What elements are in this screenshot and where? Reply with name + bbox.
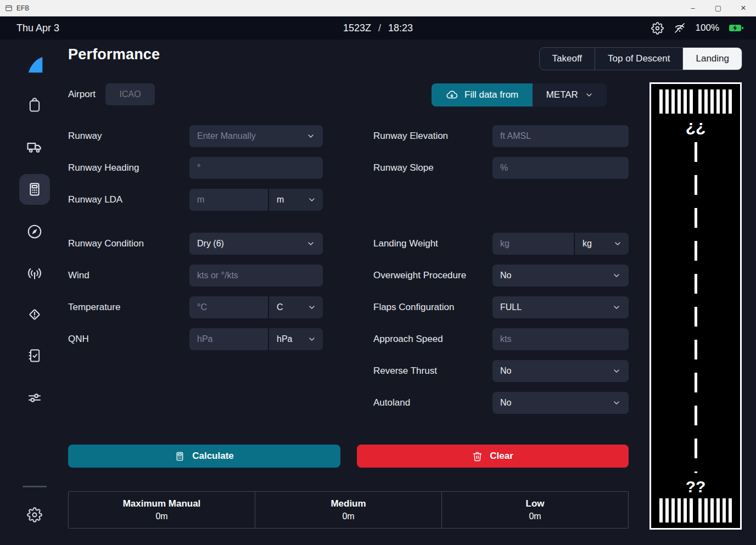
overweight-procedure-value: No	[500, 271, 511, 280]
calculate-button[interactable]: Calculate	[68, 445, 340, 468]
airport-icao-input[interactable]	[105, 83, 155, 105]
flaps-configuration-dropdown[interactable]: FULL	[492, 296, 629, 318]
fill-data-button[interactable]: Fill data from	[432, 83, 533, 106]
chevron-down-icon	[307, 303, 316, 312]
qnh-input[interactable]	[189, 328, 268, 350]
cloud-download-icon	[446, 89, 458, 101]
runway-value: Enter Manually	[197, 131, 256, 141]
sidebar-divider	[23, 486, 47, 487]
landing-weight-unit-dropdown[interactable]: kg	[574, 233, 629, 255]
wifi-off-icon[interactable]	[673, 21, 686, 35]
wind-input[interactable]	[189, 265, 323, 286]
temperature-unit-dropdown[interactable]: C	[268, 296, 323, 318]
tab-takeoff[interactable]: Takeoff	[540, 48, 595, 70]
landing-weight-unit-value: kg	[583, 239, 592, 249]
runway-number-far: ¿¿	[651, 118, 740, 134]
result-low: Low 0m	[441, 492, 628, 528]
overweight-procedure-label: Overweight Procedure	[373, 270, 492, 281]
approach-speed-label: Approach Speed	[373, 334, 492, 345]
runway-threshold-stripes-bottom	[651, 498, 740, 528]
result-value: 0m	[342, 512, 354, 521]
tab-top-of-descent[interactable]: Top of Descent	[595, 48, 682, 70]
overweight-procedure-dropdown[interactable]: No	[492, 265, 629, 286]
airline-logo	[19, 49, 50, 80]
temperature-input[interactable]	[189, 296, 268, 318]
efb-window: EFB – ▢ ✕ Thu Apr 3 1523Z / 18:23 100%	[0, 0, 756, 545]
status-bar: Thu Apr 3 1523Z / 18:23 100%	[0, 16, 756, 40]
clock-separator: /	[378, 23, 381, 34]
chevron-down-icon	[585, 91, 593, 99]
autoland-value: No	[500, 398, 511, 408]
result-label: Medium	[331, 498, 366, 509]
qnh-unit-dropdown[interactable]: hPa	[268, 328, 323, 350]
results-table: Maximum Manual 0m Medium 0m Low 0m	[68, 491, 629, 529]
app-icon	[5, 4, 13, 12]
clear-button[interactable]: Clear	[357, 445, 629, 468]
wind-label: Wind	[68, 270, 189, 281]
close-button[interactable]: ✕	[731, 0, 756, 16]
chevron-down-icon	[612, 367, 621, 375]
runway-heading-input[interactable]	[189, 157, 323, 179]
chevron-down-icon	[306, 239, 315, 248]
sidebar-item-ground-services[interactable]	[19, 132, 50, 162]
sidebar-item-performance[interactable]	[19, 174, 50, 205]
sidebar-item-settings[interactable]	[19, 499, 50, 530]
chevron-down-icon	[612, 271, 621, 280]
reverse-thrust-dropdown[interactable]: No	[492, 360, 629, 382]
sidebar-item-presets[interactable]	[19, 383, 50, 413]
runway-condition-value: Dry (6)	[197, 239, 224, 249]
runway-elevation-label: Runway Elevation	[373, 131, 492, 142]
maximize-button[interactable]: ▢	[705, 0, 731, 16]
runway-lda-unit-value: m	[277, 195, 284, 205]
minimize-button[interactable]: –	[680, 0, 705, 16]
landing-weight-input[interactable]	[492, 233, 574, 255]
chevron-down-icon	[612, 303, 621, 312]
chevron-down-icon	[613, 239, 622, 248]
flaps-configuration-label: Flaps Configuration	[373, 302, 492, 313]
runway-centerline	[695, 142, 697, 473]
runway-graphic: ¿¿ ??	[649, 82, 742, 530]
sidebar-item-checklists[interactable]	[19, 340, 50, 371]
temperature-unit-value: C	[277, 302, 283, 312]
result-value: 0m	[529, 512, 541, 521]
chevron-down-icon	[307, 195, 316, 204]
sidebar-item-comms[interactable]	[19, 259, 50, 289]
result-label: Maximum Manual	[123, 498, 201, 509]
reverse-thrust-value: No	[500, 366, 511, 376]
battery-charging-icon	[729, 23, 744, 33]
runway-lda-input[interactable]	[189, 189, 268, 211]
runway-heading-label: Runway Heading	[68, 162, 189, 173]
battery-percentage: 100%	[696, 23, 719, 33]
sidebar-item-navigation[interactable]	[19, 216, 50, 247]
runway-condition-label: Runway Condition	[68, 238, 189, 249]
fill-source-value: METAR	[546, 89, 578, 100]
tab-landing[interactable]: Landing	[682, 48, 742, 70]
runway-number-near: ??	[651, 479, 740, 495]
approach-speed-input[interactable]	[492, 328, 629, 350]
settings-icon[interactable]	[651, 22, 664, 35]
result-medium: Medium 0m	[255, 492, 441, 528]
flaps-configuration-value: FULL	[500, 302, 522, 312]
sidebar-item-failures[interactable]	[19, 299, 50, 330]
reverse-thrust-label: Reverse Thrust	[373, 366, 492, 377]
page-title: Performance	[68, 46, 160, 63]
runway-lda-unit-dropdown[interactable]: m	[268, 189, 323, 211]
sidebar-item-dispatch[interactable]	[19, 90, 50, 121]
autoland-label: Autoland	[373, 397, 492, 408]
runway-condition-dropdown[interactable]: Dry (6)	[189, 233, 323, 255]
runway-threshold-stripes-top	[651, 84, 740, 114]
status-clock: 1523Z / 18:23	[343, 23, 413, 34]
temperature-label: Temperature	[68, 302, 189, 313]
qnh-unit-value: hPa	[277, 334, 292, 344]
fill-source-dropdown[interactable]: METAR	[533, 83, 607, 106]
runway-label: Runway	[68, 131, 189, 142]
runway-slope-input[interactable]	[492, 157, 629, 179]
runway-dropdown[interactable]: Enter Manually	[189, 125, 323, 147]
autoland-dropdown[interactable]: No	[492, 392, 629, 414]
runway-elevation-input[interactable]	[492, 125, 629, 147]
os-titlebar: EFB – ▢ ✕	[0, 0, 756, 16]
chevron-down-icon	[306, 132, 315, 141]
calculator-icon	[175, 451, 185, 462]
result-value: 0m	[155, 512, 167, 521]
calculate-label: Calculate	[192, 451, 234, 462]
